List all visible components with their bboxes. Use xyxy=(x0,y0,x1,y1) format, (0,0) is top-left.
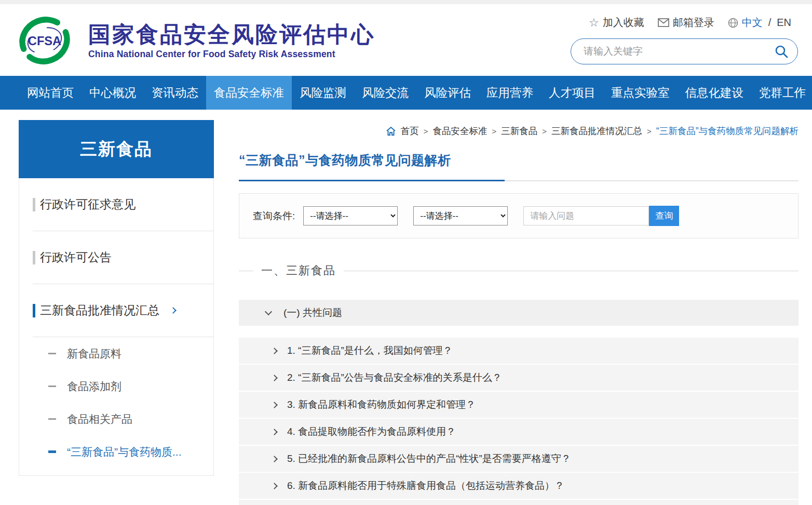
nav-item-talent-program[interactable]: 人才项目 xyxy=(541,76,603,110)
sidebar-subitem-food-related-products[interactable]: 食品相关产品 xyxy=(19,403,213,435)
nav-item-risk-communication[interactable]: 风险交流 xyxy=(354,76,416,110)
sidebar-item-license-announcements[interactable]: 行政许可公告 xyxy=(19,231,213,284)
envelope-icon xyxy=(658,18,669,27)
section-line-right xyxy=(344,271,799,271)
nav-item-party-work[interactable]: 党群工作 xyxy=(751,76,812,110)
topbar-links: ☆ 加入收藏 邮箱登录 中文 / EN xyxy=(589,16,791,30)
breadcrumb-separator: > xyxy=(542,127,547,136)
chevron-right-icon xyxy=(271,429,278,435)
title-rule-blue xyxy=(239,180,505,181)
sidebar-item-approval-summary[interactable]: 三新食品批准情况汇总 xyxy=(19,284,213,337)
main-nav: 网站首页 中心概况 资讯动态 食品安全标准 风险监测 风险交流 风险评估 应用营… xyxy=(0,76,812,110)
site-header: CFSA 国家食品安全风险评估中心 China National Center … xyxy=(0,4,812,76)
breadcrumb-separator: > xyxy=(492,127,497,136)
item-marker xyxy=(33,251,35,264)
sidebar-subitem-food-additives[interactable]: 食品添加剂 xyxy=(19,370,213,403)
breadcrumb-current-page: “三新食品”与食药物质常见问题解析 xyxy=(656,125,799,137)
question-row-2[interactable]: 2. “三新食品”公告与食品安全标准的关系是什么？ xyxy=(239,365,799,391)
sidebar-subitem-label: 新食品原料 xyxy=(67,347,121,361)
question-row-partial[interactable] xyxy=(239,500,799,505)
question-row-5[interactable]: 5. 已经批准的新食品原料公告中的产品“性状”是否需要严格遵守？ xyxy=(239,446,799,472)
question-row-4[interactable]: 4. 食品提取物能否作为食品原料使用？ xyxy=(239,419,799,445)
breadcrumb-separator: > xyxy=(424,127,428,136)
org-name-zh: 国家食品安全风险评估中心 xyxy=(88,21,375,47)
nav-item-overview[interactable]: 中心概况 xyxy=(82,76,144,110)
lang-zh-link[interactable]: 中文 xyxy=(742,16,763,30)
nav-item-risk-monitoring[interactable]: 风险监测 xyxy=(292,76,354,110)
question-row-6[interactable]: 6. 新食品原料能否用于特殊膳食用食品（包括运动营养食品）？ xyxy=(239,473,799,499)
breadcrumb-home[interactable]: 首页 xyxy=(401,125,419,137)
search-input[interactable] xyxy=(584,46,775,57)
nav-item-applied-nutrition[interactable]: 应用营养 xyxy=(479,76,541,110)
brand-block: 国家食品安全风险评估中心 China National Center for F… xyxy=(88,21,375,60)
nav-item-news[interactable]: 资讯动态 xyxy=(144,76,206,110)
sidebar-subitem-new-food-ingredients[interactable]: 新食品原料 xyxy=(19,337,213,370)
section-title: 一、三新食品 xyxy=(261,263,336,278)
question-text: 5. 已经批准的新食品原料公告中的产品“性状”是否需要严格遵守？ xyxy=(287,452,571,466)
question-row-1[interactable]: 1. “三新食品”是什么，我国如何管理？ xyxy=(239,338,799,364)
svg-text:CFSA: CFSA xyxy=(28,34,61,48)
question-text: 6. 新食品原料能否用于特殊膳食用食品（包括运动营养食品）？ xyxy=(287,479,564,493)
chevron-right-icon xyxy=(271,348,278,354)
add-favorite-link[interactable]: ☆ 加入收藏 xyxy=(589,16,644,30)
question-list: 1. “三新食品”是什么，我国如何管理？ 2. “三新食品”公告与食品安全标准的… xyxy=(239,338,799,505)
question-text: 2. “三新食品”公告与食品安全标准的关系是什么？ xyxy=(287,371,502,384)
mail-login-link[interactable]: 邮箱登录 xyxy=(658,16,714,30)
section-heading: 一、三新食品 xyxy=(239,263,799,278)
nav-item-home[interactable]: 网站首页 xyxy=(19,76,82,110)
nav-item-risk-assessment[interactable]: 风险评估 xyxy=(416,76,479,110)
page-title: “三新食品”与食药物质常见问题解析 xyxy=(239,152,799,169)
star-icon: ☆ xyxy=(589,18,599,28)
nav-item-food-safety-standards[interactable]: 食品安全标准 xyxy=(206,76,292,110)
lang-en-link[interactable]: EN xyxy=(777,17,791,29)
home-icon xyxy=(386,126,396,136)
org-name-en: China National Center for Food Safety Ri… xyxy=(88,49,375,60)
sidebar-subitem-label: 食品添加剂 xyxy=(67,379,121,394)
sidebar-subitem-faq-current[interactable]: “三新食品”与食药物质... xyxy=(19,435,213,468)
question-text: 3. 新食品原料和食药物质如何界定和管理？ xyxy=(287,398,476,411)
sidebar-padding xyxy=(19,468,213,475)
dash-icon xyxy=(48,450,56,453)
question-text: 1. “三新食品”是什么，我国如何管理？ xyxy=(287,344,453,357)
breadcrumb-approval-summary[interactable]: 三新食品批准情况汇总 xyxy=(551,125,642,137)
logo-link[interactable]: CFSA 国家食品安全风险评估中心 China National Center … xyxy=(18,16,375,65)
item-marker xyxy=(33,304,35,317)
query-panel: 查询条件: --请选择-- --请选择-- 查询 xyxy=(239,193,799,238)
query-select-subcategory[interactable]: --请选择-- xyxy=(413,206,508,225)
sidebar-body: 行政许可征求意见 行政许可公告 三新食品批准情况汇总 新食品原料 食品添加剂 食… xyxy=(19,178,214,476)
top-strip xyxy=(0,0,812,4)
query-submit-button[interactable]: 查询 xyxy=(649,206,679,226)
breadcrumb-three-new-foods[interactable]: 三新食品 xyxy=(501,125,537,137)
dash-icon xyxy=(48,418,56,420)
title-rule xyxy=(239,180,799,181)
breadcrumb-food-safety-standards[interactable]: 食品安全标准 xyxy=(433,125,488,137)
nav-item-key-laboratory[interactable]: 重点实验室 xyxy=(603,76,678,110)
sidebar-subitem-label: 食品相关产品 xyxy=(67,412,132,427)
nav-item-informatization[interactable]: 信息化建设 xyxy=(678,76,752,110)
globe-icon xyxy=(728,18,738,28)
dash-icon xyxy=(48,353,56,354)
question-row-3[interactable]: 3. 新食品原料和食药物质如何界定和管理？ xyxy=(239,392,799,418)
search-icon[interactable] xyxy=(775,45,788,58)
breadcrumb-separator: > xyxy=(647,127,652,136)
add-favorite-label: 加入收藏 xyxy=(603,16,644,30)
main-content: “三新食品”与食药物质常见问题解析 查询条件: --请选择-- --请选择-- … xyxy=(239,152,799,505)
query-label: 查询条件: xyxy=(253,209,295,223)
cfsa-logo-icon: CFSA xyxy=(18,16,72,65)
chevron-right-icon xyxy=(271,483,278,489)
query-question-input[interactable] xyxy=(523,206,649,225)
chevron-right-icon xyxy=(271,375,278,381)
chevron-right-icon xyxy=(271,402,278,408)
lang-divider: / xyxy=(768,17,772,29)
mail-login-label: 邮箱登录 xyxy=(673,16,714,30)
sidebar-item-label: 三新食品批准情况汇总 xyxy=(40,302,159,318)
query-select-category[interactable]: --请选择-- xyxy=(303,206,398,225)
dash-icon xyxy=(48,386,56,387)
sidebar-item-license-comments[interactable]: 行政许可征求意见 xyxy=(19,178,213,231)
chevron-right-icon xyxy=(271,456,278,462)
accordion-header-label: (一) 共性问题 xyxy=(283,306,342,320)
chevron-right-icon xyxy=(170,307,177,314)
sidebar: 三新食品 行政许可征求意见 行政许可公告 三新食品批准情况汇总 新食品原料 食品… xyxy=(19,120,214,476)
sidebar-item-label: 行政许可征求意见 xyxy=(40,196,136,212)
accordion-common-questions[interactable]: (一) 共性问题 xyxy=(239,300,799,326)
